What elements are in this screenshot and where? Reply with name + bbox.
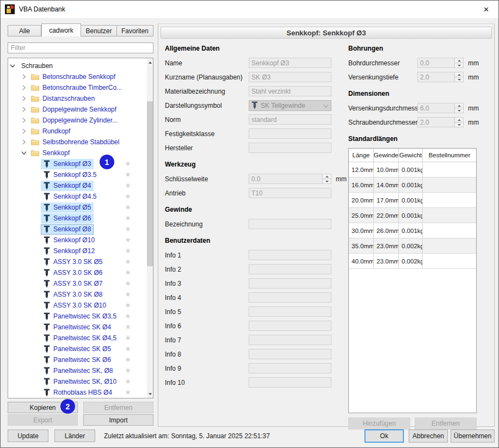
field-info-10[interactable] — [249, 377, 331, 388]
abbrechen-button[interactable]: Abbrechen — [409, 429, 448, 443]
spin-field[interactable]: 0.0 — [249, 174, 331, 184]
table-row[interactable]: 40.0mm23.0mm0.002kg — [349, 254, 476, 269]
star-icon[interactable]: ★ — [125, 377, 131, 386]
spin-up-button[interactable] — [455, 118, 463, 122]
spin-up-button[interactable] — [455, 72, 463, 77]
tree-item-paneltwistec-sk-4[interactable]: Paneltwistec SK Ø4★ — [8, 322, 146, 333]
chevron-right-icon[interactable] — [21, 74, 27, 79]
tree-item-rothoblaas-hbs-4[interactable]: Rothoblaas HBS Ø4★ — [8, 387, 146, 398]
tree-item-paneltwistec-sk-10[interactable]: Paneltwistec SK, Ø10★ — [8, 376, 146, 387]
chevron-right-icon[interactable] — [21, 107, 27, 112]
tree-item-senkkopf-12[interactable]: Senkkopf Ø12★ — [8, 246, 146, 256]
entfernen-table-button[interactable]: Entfernen — [415, 418, 477, 429]
field-info-1[interactable] — [249, 250, 331, 260]
star-icon[interactable]: ★ — [125, 159, 131, 168]
field-info-4[interactable] — [249, 292, 331, 303]
star-icon[interactable]: ★ — [125, 312, 131, 321]
entfernen-button[interactable]: Entfernen — [83, 402, 153, 413]
star-icon[interactable]: ★ — [125, 214, 131, 223]
ok-button[interactable]: Ok — [365, 429, 404, 443]
tree-item-assy-3-0-sk-10[interactable]: ASSY 3.0 SK Ø10★ — [8, 300, 146, 311]
tree-item-betonschraube-timberco[interactable]: Betonschraube TimberCo... — [8, 82, 146, 93]
chevron-right-icon[interactable] — [21, 118, 27, 123]
table-row[interactable]: 30.0mm26.0mm0.001kg — [349, 223, 476, 238]
hinzufuegen-button[interactable]: Hinzufügen — [348, 418, 410, 429]
spin-down-button[interactable] — [455, 122, 463, 127]
tree-item-assy-3-0-sk-7[interactable]: ASSY 3.0 SK Ø7★ — [8, 278, 146, 289]
tree-item-assy-3-0-sk-8[interactable]: ASSY 3.0 SK Ø8★ — [8, 289, 146, 300]
tree-item-paneltwistec-sk-3-5[interactable]: Paneltwistec SK Ø3,5★ — [8, 311, 146, 322]
star-icon[interactable]: ★ — [125, 257, 131, 266]
table-row[interactable]: 35.0mm23.0mm0.002kg — [349, 238, 476, 254]
tree-item-paneltwistec-sk-6[interactable]: Paneltwistec SK Ø6★ — [8, 354, 146, 365]
scrollbar[interactable] — [147, 58, 153, 398]
tree-item-rothoblaas-hbs-5[interactable]: Rothoblaas HBS Ø5★ — [8, 398, 146, 398]
star-icon[interactable]: ★ — [125, 192, 131, 201]
chevron-right-icon[interactable] — [21, 85, 27, 90]
tree-item-senkkopf-3-5[interactable]: Senkkopf Ø3.5★ — [8, 169, 146, 180]
field-info-3[interactable] — [249, 278, 331, 289]
table-row[interactable]: 20.0mm17.0mm0.001kg — [349, 193, 476, 208]
chevron-right-icon[interactable] — [21, 96, 27, 101]
tree-item-distanzschrauben[interactable]: Distanzschrauben — [8, 93, 146, 104]
tree-item-paneltwistec-sk-4-5[interactable]: Paneltwistec SK Ø4,5★ — [8, 333, 146, 343]
spin-down-button[interactable] — [455, 63, 463, 67]
tree-item-senkkopf-5[interactable]: Senkkopf Ø5★ — [8, 202, 146, 213]
field-norm[interactable]: standard — [249, 114, 331, 125]
laender-button[interactable]: Länder — [54, 429, 95, 442]
spin-down-button[interactable] — [323, 179, 331, 183]
tab-alle[interactable]: Alle — [8, 25, 41, 36]
chevron-down-icon[interactable] — [10, 63, 15, 69]
field-festigkeitsklasse[interactable] — [249, 128, 331, 139]
tree-item-senkkopf-3[interactable]: Senkkopf Ø3★ — [8, 158, 146, 169]
export-button[interactable]: Export — [8, 414, 78, 426]
tree-item-doppelgewinde-senkkopf[interactable]: Doppelgewinde Senkkopf — [8, 104, 146, 115]
star-icon[interactable]: ★ — [125, 345, 131, 353]
field-bezeichnung[interactable] — [249, 219, 331, 229]
tree-item-paneltwistec-sk-8[interactable]: Paneltwistec SK, Ø8★ — [8, 365, 146, 376]
star-icon[interactable]: ★ — [125, 388, 131, 397]
chevron-right-icon[interactable] — [21, 139, 27, 145]
filter-input[interactable] — [8, 42, 153, 53]
tree-item-selbstbohrende-stabd-bel[interactable]: Selbstbohrende Stabdübel — [8, 137, 146, 148]
chevron-down-icon[interactable] — [21, 150, 27, 156]
star-icon[interactable]: ★ — [125, 181, 131, 190]
star-icon[interactable]: ★ — [125, 203, 131, 212]
tree-item-assy-3-0-sk-6[interactable]: ASSY 3.0 SK Ø6★ — [8, 267, 146, 278]
scrollbar-thumb[interactable] — [147, 101, 153, 266]
tab-benutzer[interactable]: Benutzer — [81, 25, 117, 36]
tab-favoriten[interactable]: Favoriten — [117, 25, 153, 36]
tree-item-rundkopf[interactable]: Rundkopf — [8, 126, 146, 137]
star-icon[interactable]: ★ — [125, 366, 131, 375]
star-icon[interactable]: ★ — [125, 225, 131, 234]
scroll-down-button[interactable] — [147, 390, 153, 398]
spin-up-button[interactable] — [455, 58, 463, 63]
spin-down-button[interactable] — [455, 108, 463, 113]
tree-item-betonschraube-senkkopf[interactable]: Betonschraube Senkkopf — [8, 71, 146, 82]
tab-cadwork[interactable]: cadwork — [41, 23, 81, 36]
spin-field[interactable]: 6.0 — [417, 103, 464, 113]
spin-field[interactable]: 2.0 — [417, 72, 464, 82]
star-icon[interactable]: ★ — [125, 247, 131, 255]
star-icon[interactable]: ★ — [125, 301, 131, 310]
star-icon[interactable]: ★ — [125, 355, 131, 364]
field-info-5[interactable] — [249, 306, 331, 317]
close-button[interactable]: ✕ — [474, 1, 498, 18]
star-icon[interactable]: ★ — [125, 268, 131, 277]
table-row[interactable]: 25.0mm22.0mm0.001kg — [349, 208, 476, 223]
tree-item-senkkopf-8[interactable]: Senkkopf Ø8★ — [8, 224, 146, 235]
field-kurzname-planausgaben[interactable]: SK Ø3 — [249, 72, 331, 82]
star-icon[interactable]: ★ — [125, 290, 131, 299]
field-info-7[interactable] — [249, 335, 331, 345]
tree-item-assy-3-0-sk-5[interactable]: ASSY 3.0 SK Ø5★ — [8, 256, 146, 267]
field-antrieb[interactable]: T10 — [249, 188, 331, 198]
field-materialbezeichnung[interactable]: Stahl verzinkt — [249, 86, 331, 96]
table-row[interactable]: 16.0mm14.0mm0.001kg — [349, 177, 476, 193]
tree-item-senkkopf-10[interactable]: Senkkopf Ø10★ — [8, 235, 146, 246]
dropdown-darstellungssymbol[interactable]: SK Teilgewinde — [249, 100, 331, 111]
spin-field[interactable]: 2.0 — [417, 117, 464, 127]
import-button[interactable]: Import — [83, 414, 153, 426]
star-icon[interactable]: ★ — [125, 279, 131, 288]
star-icon[interactable]: ★ — [125, 334, 131, 342]
tree-item-paneltwistec-sk-5[interactable]: Paneltwistec SK Ø5★ — [8, 343, 146, 354]
